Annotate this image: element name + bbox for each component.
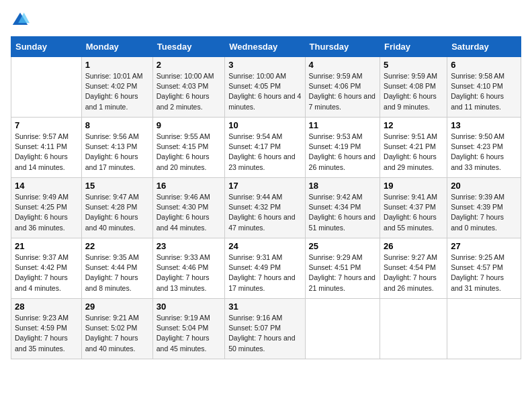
day-info: Sunrise: 9:44 AMSunset: 4:32 PMDaylight:… [228, 193, 295, 232]
day-number: 24 [228, 241, 301, 251]
calendar-cell: 6 Sunrise: 9:58 AMSunset: 4:10 PMDayligh… [447, 57, 521, 118]
calendar-table: SundayMondayTuesdayWednesdayThursdayFrid… [11, 36, 521, 359]
calendar-cell: 31 Sunrise: 9:16 AMSunset: 5:07 PMDaylig… [225, 299, 305, 359]
calendar-cell: 29 Sunrise: 9:21 AMSunset: 5:02 PMDaylig… [81, 299, 152, 359]
day-info: Sunrise: 9:46 AMSunset: 4:30 PMDaylight:… [157, 193, 210, 232]
calendar-cell: 23 Sunrise: 9:33 AMSunset: 4:46 PMDaylig… [152, 238, 225, 299]
day-number: 31 [228, 302, 301, 312]
day-number: 14 [15, 181, 78, 191]
day-number: 29 [85, 302, 149, 312]
day-info: Sunrise: 9:39 AMSunset: 4:39 PMDaylight:… [451, 193, 504, 232]
day-number: 10 [228, 120, 301, 130]
day-info: Sunrise: 9:27 AMSunset: 4:54 PMDaylight:… [384, 253, 437, 292]
calendar-cell: 2 Sunrise: 10:00 AMSunset: 4:03 PMDaylig… [152, 57, 225, 118]
calendar-cell [305, 299, 380, 359]
day-info: Sunrise: 9:23 AMSunset: 4:59 PMDaylight:… [15, 314, 69, 353]
day-number: 1 [85, 60, 149, 70]
day-number: 4 [309, 60, 376, 70]
calendar-cell [380, 299, 447, 359]
page-container: SundayMondayTuesdayWednesdayThursdayFrid… [11, 11, 521, 359]
day-info: Sunrise: 9:56 AMSunset: 4:13 PMDaylight:… [85, 132, 139, 171]
day-info: Sunrise: 9:19 AMSunset: 5:04 PMDaylight:… [157, 314, 210, 353]
day-number: 6 [451, 60, 517, 70]
day-info: Sunrise: 9:21 AMSunset: 5:02 PMDaylight:… [85, 314, 139, 353]
calendar-cell: 17 Sunrise: 9:44 AMSunset: 4:32 PMDaylig… [225, 178, 305, 238]
day-info: Sunrise: 9:35 AMSunset: 4:44 PMDaylight:… [85, 253, 139, 292]
weekday-header-saturday: Saturday [447, 37, 521, 57]
day-number: 3 [228, 60, 301, 70]
day-number: 5 [384, 60, 443, 70]
calendar-cell: 3 Sunrise: 10:00 AMSunset: 4:05 PMDaylig… [225, 57, 305, 118]
calendar-cell: 1 Sunrise: 10:01 AMSunset: 4:02 PMDaylig… [81, 57, 152, 118]
day-info: Sunrise: 9:42 AMSunset: 4:34 PMDaylight:… [309, 193, 375, 232]
calendar-body: 1 Sunrise: 10:01 AMSunset: 4:02 PMDaylig… [11, 57, 521, 359]
header [11, 11, 521, 30]
calendar-cell: 27 Sunrise: 9:25 AMSunset: 4:57 PMDaylig… [447, 238, 521, 299]
day-number: 2 [157, 60, 222, 70]
day-info: Sunrise: 9:47 AMSunset: 4:28 PMDaylight:… [85, 193, 139, 232]
day-number: 11 [309, 120, 376, 130]
calendar-cell [11, 57, 82, 118]
calendar-cell: 20 Sunrise: 9:39 AMSunset: 4:39 PMDaylig… [447, 178, 521, 238]
day-info: Sunrise: 9:57 AMSunset: 4:11 PMDaylight:… [15, 132, 69, 171]
day-number: 28 [15, 302, 78, 312]
weekday-header-thursday: Thursday [305, 37, 380, 57]
logo-icon [11, 11, 30, 30]
week-row-3: 14 Sunrise: 9:49 AMSunset: 4:25 PMDaylig… [11, 178, 521, 238]
day-info: Sunrise: 9:33 AMSunset: 4:46 PMDaylight:… [157, 253, 210, 292]
calendar-cell: 21 Sunrise: 9:37 AMSunset: 4:42 PMDaylig… [11, 238, 82, 299]
day-number: 9 [157, 120, 222, 130]
day-info: Sunrise: 9:59 AMSunset: 4:08 PMDaylight:… [384, 72, 437, 111]
day-info: Sunrise: 9:53 AMSunset: 4:19 PMDaylight:… [309, 132, 375, 171]
calendar-cell: 5 Sunrise: 9:59 AMSunset: 4:08 PMDayligh… [380, 57, 447, 118]
day-number: 17 [228, 181, 301, 191]
day-number: 12 [384, 120, 443, 130]
calendar-cell: 14 Sunrise: 9:49 AMSunset: 4:25 PMDaylig… [11, 178, 82, 238]
day-number: 26 [384, 241, 443, 251]
week-row-1: 1 Sunrise: 10:01 AMSunset: 4:02 PMDaylig… [11, 57, 521, 118]
calendar-cell: 28 Sunrise: 9:23 AMSunset: 4:59 PMDaylig… [11, 299, 82, 359]
calendar-cell: 30 Sunrise: 9:19 AMSunset: 5:04 PMDaylig… [152, 299, 225, 359]
calendar-cell: 26 Sunrise: 9:27 AMSunset: 4:54 PMDaylig… [380, 238, 447, 299]
day-info: Sunrise: 10:00 AMSunset: 4:03 PMDaylight… [157, 72, 214, 111]
calendar-cell [447, 299, 521, 359]
day-info: Sunrise: 9:54 AMSunset: 4:17 PMDaylight:… [228, 132, 295, 171]
day-number: 7 [15, 120, 78, 130]
calendar-cell: 18 Sunrise: 9:42 AMSunset: 4:34 PMDaylig… [305, 178, 380, 238]
day-info: Sunrise: 10:01 AMSunset: 4:02 PMDaylight… [85, 72, 143, 111]
calendar-cell: 24 Sunrise: 9:31 AMSunset: 4:49 PMDaylig… [225, 238, 305, 299]
weekday-header-friday: Friday [380, 37, 447, 57]
day-number: 18 [309, 181, 376, 191]
weekday-header-sunday: Sunday [11, 37, 82, 57]
day-number: 15 [85, 181, 149, 191]
calendar-cell: 16 Sunrise: 9:46 AMSunset: 4:30 PMDaylig… [152, 178, 225, 238]
weekday-header-monday: Monday [81, 37, 152, 57]
weekday-header-row: SundayMondayTuesdayWednesdayThursdayFrid… [11, 37, 521, 57]
day-number: 22 [85, 241, 149, 251]
calendar-cell: 9 Sunrise: 9:55 AMSunset: 4:15 PMDayligh… [152, 118, 225, 178]
day-info: Sunrise: 9:49 AMSunset: 4:25 PMDaylight:… [15, 193, 69, 232]
day-number: 25 [309, 241, 376, 251]
day-number: 23 [157, 241, 222, 251]
calendar-cell: 22 Sunrise: 9:35 AMSunset: 4:44 PMDaylig… [81, 238, 152, 299]
calendar-cell: 11 Sunrise: 9:53 AMSunset: 4:19 PMDaylig… [305, 118, 380, 178]
day-info: Sunrise: 9:29 AMSunset: 4:51 PMDaylight:… [309, 253, 375, 292]
day-number: 19 [384, 181, 443, 191]
calendar-cell: 13 Sunrise: 9:50 AMSunset: 4:23 PMDaylig… [447, 118, 521, 178]
day-info: Sunrise: 9:41 AMSunset: 4:37 PMDaylight:… [384, 193, 437, 232]
calendar-cell: 19 Sunrise: 9:41 AMSunset: 4:37 PMDaylig… [380, 178, 447, 238]
week-row-2: 7 Sunrise: 9:57 AMSunset: 4:11 PMDayligh… [11, 118, 521, 178]
day-number: 20 [451, 181, 517, 191]
calendar-cell: 7 Sunrise: 9:57 AMSunset: 4:11 PMDayligh… [11, 118, 82, 178]
day-info: Sunrise: 9:37 AMSunset: 4:42 PMDaylight:… [15, 253, 69, 292]
day-number: 16 [157, 181, 222, 191]
day-info: Sunrise: 9:59 AMSunset: 4:06 PMDaylight:… [309, 72, 375, 111]
day-number: 27 [451, 241, 517, 251]
day-info: Sunrise: 9:31 AMSunset: 4:49 PMDaylight:… [228, 253, 295, 292]
calendar-cell: 15 Sunrise: 9:47 AMSunset: 4:28 PMDaylig… [81, 178, 152, 238]
day-info: Sunrise: 9:55 AMSunset: 4:15 PMDaylight:… [157, 132, 210, 171]
day-number: 21 [15, 241, 78, 251]
calendar-cell: 25 Sunrise: 9:29 AMSunset: 4:51 PMDaylig… [305, 238, 380, 299]
day-number: 8 [85, 120, 149, 130]
day-info: Sunrise: 9:58 AMSunset: 4:10 PMDaylight:… [451, 72, 504, 111]
